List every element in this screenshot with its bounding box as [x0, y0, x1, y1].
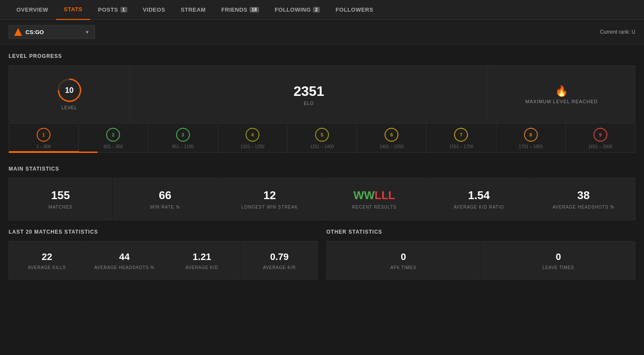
elo-range-item-7: 71551 – 1700 [426, 124, 496, 152]
last-20-section: LAST 20 MATCHES STATISTICS 22AVERAGE KIL… [9, 229, 318, 280]
max-level-label: MAXIMUM LEVEL REACHED [525, 99, 598, 104]
nav-badge-posts: 1 [120, 7, 127, 13]
other-value-leave-times: 0 [556, 251, 561, 263]
other-value-afk-times: 0 [401, 251, 406, 263]
current-rank: Current rank: U [600, 29, 635, 35]
stat-card-win-rate: 66WIN RATE % [113, 178, 217, 220]
range-text-9: 1851 – 2000 [588, 144, 612, 149]
range-circle-3: 3 [176, 128, 190, 142]
stat-card-matches: 155MATCHES [9, 178, 112, 220]
range-text-2: 801 – 950 [104, 144, 123, 149]
elo-range-item-8: 81701 – 1850 [496, 124, 566, 152]
level-label: LEVEL [61, 105, 77, 110]
nav-item-friends[interactable]: FRIENDS18 [214, 0, 267, 20]
level-progress-title: LEVEL PROGRESS [9, 53, 635, 59]
nav-item-posts[interactable]: POSTS1 [90, 0, 135, 20]
last20-value-avg-headshots-pct: 44 [119, 251, 129, 263]
top-nav: OVERVIEWSTATSPOSTS1VIDEOSSTREAMFRIENDS18… [0, 0, 644, 20]
stat-value-avg-kd: 1.54 [468, 189, 490, 202]
elo-range-item-1: 11 – 800 [9, 124, 79, 152]
fire-icon: 🔥 [555, 85, 568, 97]
other-card-leave-times: 0LEAVE TIMES [481, 241, 635, 280]
nav-item-videos[interactable]: VIDEOS [135, 0, 173, 20]
nav-badge-friends: 18 [249, 7, 259, 13]
last20-label-avg-kills: AVERAGE KILLS [28, 265, 66, 270]
range-text-5: 1251 – 1400 [310, 144, 334, 149]
progress-line [9, 152, 98, 153]
stat-card-avg-kd: 1.54AVERAGE K/D RATIO [427, 178, 530, 220]
elo-range-item-5: 51251 – 1400 [287, 124, 357, 152]
level-progress-cards: 10 LEVEL 2351 ELO 🔥 MAXIMUM LEVEL REACHE… [9, 65, 635, 124]
toolbar: CS:GO ▼ Current rank: U [0, 20, 644, 44]
last20-value-avg-kr: 0.79 [270, 251, 289, 263]
nav-item-followers[interactable]: FOLLOWERS [328, 0, 381, 20]
elo-range-item-4: 41101 – 1250 [218, 124, 287, 152]
last20-card-avg-kr: 0.79AVERAGE K/R [241, 241, 318, 280]
stat-label-longest-win-streak: LONGEST WIN STREAK [242, 205, 298, 209]
level-value: 10 [65, 86, 73, 95]
other-card-afk-times: 0AFK TIMES [326, 241, 480, 280]
elo-range-item-6: 61401 – 1550 [357, 124, 426, 152]
main-stats-title: MAIN STATISTICS [9, 166, 635, 172]
last20-label-avg-kd: AVERAGE K/D [186, 265, 218, 270]
range-circle-6: 6 [385, 128, 398, 142]
range-text-7: 1551 – 1700 [449, 144, 474, 149]
elo-range-item-2: 2801 – 950 [79, 124, 148, 152]
last20-label-avg-kr: AVERAGE K/R [263, 265, 296, 270]
game-label: CS:GO [25, 29, 44, 35]
other-stats-title: OTHER STATISTICS [326, 229, 635, 235]
recent-losses: LLL [375, 189, 395, 202]
stat-value-matches: 155 [51, 189, 69, 202]
other-stats-cards: 0AFK TIMES0LEAVE TIMES [326, 241, 635, 280]
range-circle-9: 9 [593, 128, 607, 142]
bottom-sections: LAST 20 MATCHES STATISTICS 22AVERAGE KIL… [0, 225, 644, 288]
last20-card-avg-kd: 1.21AVERAGE K/D [164, 241, 240, 280]
stat-label-win-rate: WIN RATE % [150, 205, 180, 209]
elo-value: 2351 [294, 83, 324, 99]
elo-range-item-3: 3951 – 1100 [148, 124, 218, 152]
nav-item-stream[interactable]: STREAM [173, 0, 214, 20]
range-circle-7: 7 [454, 128, 468, 142]
other-stats-section: OTHER STATISTICS 0AFK TIMES0LEAVE TIMES [326, 229, 635, 280]
last-20-title: LAST 20 MATCHES STATISTICS [9, 229, 318, 235]
level-card: 10 LEVEL [9, 66, 130, 123]
range-text-8: 1701 – 1850 [519, 144, 543, 149]
range-circle-1: 1 [37, 128, 51, 142]
game-select-dropdown[interactable]: CS:GO ▼ [9, 25, 95, 39]
main-statistics-section: MAIN STATISTICS 155MATCHES66WIN RATE %12… [0, 157, 644, 225]
range-circle-4: 4 [246, 128, 259, 142]
other-label-leave-times: LEAVE TIMES [543, 265, 574, 270]
stat-value-avg-headshots: 38 [577, 189, 590, 202]
recent-results-value: WWLLL [354, 189, 395, 202]
nav-item-stats[interactable]: STATS [56, 0, 90, 20]
range-text-6: 1401 – 1550 [379, 144, 404, 149]
last20-value-avg-kd: 1.21 [193, 251, 211, 263]
elo-ranges: 11 – 8002801 – 9503951 – 110041101 – 125… [9, 124, 635, 153]
range-circle-5: 5 [315, 128, 329, 142]
level-circle: 10 [58, 79, 81, 102]
level-progress-section: LEVEL PROGRESS 10 LEVEL 2351 ELO 🔥 MAXIM… [0, 44, 644, 157]
chevron-down-icon: ▼ [85, 30, 89, 35]
last20-card-avg-headshots-pct: 44AVERAGE HEADSHOTS % [86, 241, 163, 280]
nav-badge-following: 2 [313, 7, 320, 13]
recent-wins: WW [354, 189, 375, 202]
max-level-card: 🔥 MAXIMUM LEVEL REACHED [488, 66, 635, 123]
stat-label-matches: MATCHES [49, 205, 73, 209]
stat-card-longest-win-streak: 12LONGEST WIN STREAK [218, 178, 322, 220]
stat-card-recent-results: WWLLLRECENT RESULTS [322, 178, 426, 220]
stat-value-win-rate: 66 [159, 189, 171, 202]
other-label-afk-times: AFK TIMES [391, 265, 417, 270]
elo-card: 2351 ELO [130, 66, 488, 123]
elo-range-item-9: 91851 – 2000 [566, 124, 635, 152]
csgo-icon [14, 28, 22, 36]
nav-item-overview[interactable]: OVERVIEW [9, 0, 56, 20]
range-text-3: 951 – 1100 [172, 144, 194, 149]
stat-value-longest-win-streak: 12 [263, 189, 276, 202]
nav-item-following[interactable]: FOLLOWING2 [267, 0, 328, 20]
last20-value-avg-kills: 22 [42, 251, 52, 263]
range-text-1: 1 – 800 [36, 144, 51, 149]
stat-label-recent-results: RECENT RESULTS [352, 205, 397, 209]
range-circle-2: 2 [106, 128, 120, 142]
stat-label-avg-headshots: AVERAGE HEADSHOTS % [552, 205, 614, 209]
range-circle-8: 8 [524, 128, 538, 142]
